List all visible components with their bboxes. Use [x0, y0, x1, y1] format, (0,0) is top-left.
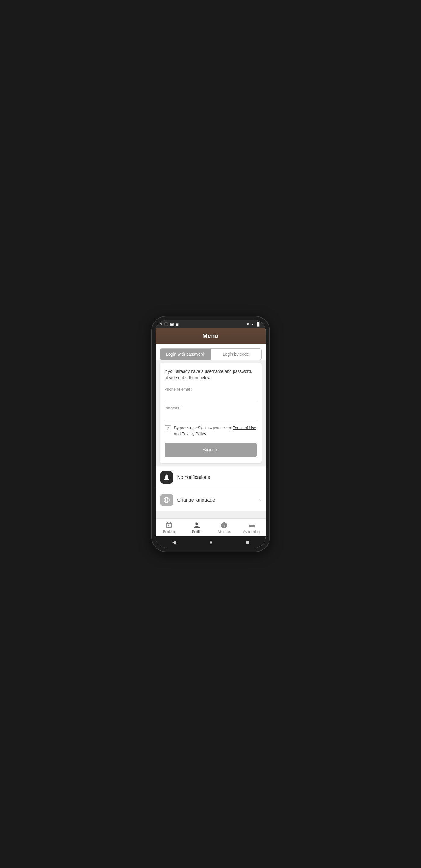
- tab-login-code[interactable]: Login by code: [210, 349, 261, 360]
- phone-screen: 1 ▣ ⊟ ▼ ▲ ▐▌ Menu Login with password Lo…: [156, 320, 266, 548]
- signal-icon: ▲: [251, 322, 255, 327]
- sign-in-button[interactable]: Sign in: [165, 443, 257, 457]
- nav-profile-label: Profile: [192, 530, 201, 533]
- tab-login-password[interactable]: Login with password: [160, 349, 210, 360]
- language-icon-wrap: [160, 494, 173, 506]
- android-recents-btn[interactable]: ■: [246, 539, 249, 546]
- app-header: Menu: [156, 328, 266, 344]
- sim-icon: ▣: [170, 322, 173, 327]
- bottom-nav: Booking Profile i About us: [156, 518, 266, 536]
- nav-booking[interactable]: Booking: [156, 519, 183, 536]
- my-bookings-nav-icon: [248, 522, 256, 529]
- language-menu-item[interactable]: Change language ›: [156, 489, 266, 511]
- terms-of-use-link[interactable]: Terms of Use: [233, 426, 256, 430]
- nav-my-bookings-label: My bookings: [242, 530, 261, 533]
- phone-label: Phone or email:: [165, 387, 257, 392]
- android-nav: ◀ ● ■: [156, 536, 266, 548]
- language-chevron-icon: ›: [259, 497, 261, 503]
- login-description: If you already have a username and passw…: [165, 368, 257, 381]
- nav-about[interactable]: i About us: [210, 519, 238, 536]
- nav-profile[interactable]: Profile: [183, 519, 210, 536]
- notifications-menu-item[interactable]: No notifications: [156, 466, 266, 489]
- password-label: Password:: [165, 406, 257, 410]
- nav-about-label: About us: [218, 530, 231, 533]
- scroll-content: Login with password Login by code If you…: [156, 344, 266, 518]
- battery-icon: ▐▌: [256, 322, 261, 327]
- nav-my-bookings[interactable]: My bookings: [238, 519, 266, 536]
- notifications-icon-wrap: [160, 471, 173, 484]
- password-input[interactable]: [165, 411, 257, 420]
- status-bar: 1 ▣ ⊟ ▼ ▲ ▐▌: [156, 320, 266, 328]
- nfc-icon: ⊟: [175, 322, 179, 327]
- login-tabs-wrapper: Login with password Login by code: [156, 344, 266, 360]
- terms-prefix: By pressing «Sign in» you accept: [174, 426, 233, 430]
- notifications-label: No notifications: [177, 475, 261, 480]
- checkbox-check-icon: ✓: [166, 426, 170, 431]
- camera-icon: [164, 322, 168, 327]
- bell-icon: [163, 474, 170, 481]
- privacy-policy-link[interactable]: Privacy Policy: [182, 432, 206, 436]
- powered-by: Powered by Altegio: [156, 511, 266, 518]
- status-right: ▼ ▲ ▐▌: [246, 322, 261, 327]
- terms-middle: and: [174, 432, 182, 436]
- profile-nav-icon: [193, 522, 200, 529]
- terms-checkbox[interactable]: ✓: [165, 425, 171, 432]
- status-time: 1: [160, 322, 162, 326]
- language-label: Change language: [177, 497, 259, 503]
- booking-nav-icon: [165, 522, 173, 529]
- phone-frame: 1 ▣ ⊟ ▼ ▲ ▐▌ Menu Login with password Lo…: [152, 316, 269, 552]
- svg-text:i: i: [224, 524, 225, 527]
- android-back-btn[interactable]: ◀: [172, 539, 176, 546]
- menu-section: No notifications Change language ›: [156, 466, 266, 511]
- phone-input-group: Phone or email:: [165, 387, 257, 401]
- password-input-group: Password:: [165, 406, 257, 420]
- globe-icon: [163, 496, 170, 504]
- header-title: Menu: [202, 333, 219, 339]
- terms-row: ✓ By pressing «Sign in» you accept Terms…: [165, 425, 257, 437]
- phone-input[interactable]: [165, 393, 257, 401]
- about-nav-icon: i: [221, 522, 228, 529]
- nav-booking-label: Booking: [163, 530, 175, 533]
- login-card: If you already have a username and passw…: [160, 363, 262, 463]
- wifi-icon: ▼: [246, 322, 250, 327]
- login-tabs: Login with password Login by code: [160, 348, 262, 360]
- status-left: 1 ▣ ⊟: [160, 322, 179, 327]
- android-home-btn[interactable]: ●: [209, 539, 213, 546]
- terms-text: By pressing «Sign in» you accept Terms o…: [174, 425, 257, 437]
